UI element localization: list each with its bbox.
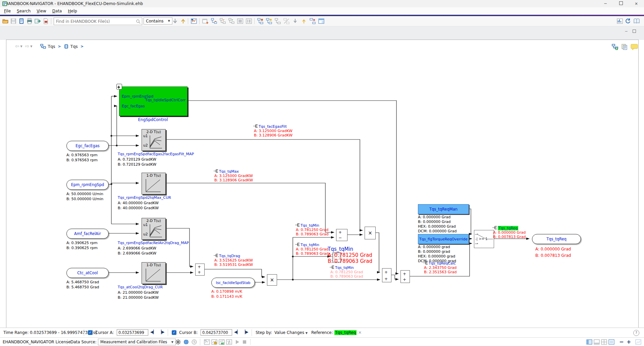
probe-icon (330, 266, 334, 269)
probe-tqs-tqmax[interactable]: Tqs_tqMax A: 3.125000 GradKWB: 3.128906 … (214, 169, 253, 182)
probe-tqs-facegasfilt[interactable]: Tqs_facEgasFilt A: 3.125000 GradKWB: 3.1… (253, 124, 292, 137)
probe-tqs-tqreqcalc[interactable]: Tqs_tqReqCalc A: 2.343750 GradB: 2.35156… (423, 261, 457, 274)
probe-icon (295, 223, 300, 227)
map-curve-icon (148, 224, 163, 238)
sum-block[interactable]: +− (336, 229, 347, 241)
switch-threshold-label: -| >= 1 (475, 237, 487, 241)
input-port-isc-facidlespdstab[interactable]: Isc_facIdleSpdStab (211, 278, 255, 288)
probe-tqs-tqmin[interactable]: Tqs_tqMin A: 0.781250 GradB: 0.789063 Gr… (295, 243, 329, 256)
multiply-block[interactable]: × (267, 274, 277, 286)
subsystem-engspdcontrol[interactable]: Epm_rpmEngSpd Egc_facEgas Tqs_tqIdleSpdC… (119, 86, 187, 116)
sum-block[interactable]: ++ (382, 268, 391, 282)
probe-icon (423, 261, 428, 265)
probe-icon (253, 124, 258, 128)
signal-wires (0, 0, 644, 346)
curve-block-tqmax[interactable]: 1-D T(u) (142, 173, 166, 194)
probe-icon (214, 254, 218, 257)
probe-tqs-tqmin[interactable]: Tqs_tqMin A: 0.781250 GradB: 0.789063 Gr… (330, 266, 363, 279)
sum-block[interactable]: ++ (400, 270, 410, 283)
subsystem-output-label: Tqs_tqIdleSpdCtrlCorr (145, 98, 185, 103)
probe-icon (295, 243, 300, 246)
expand-subsystem-icon[interactable] (116, 84, 122, 90)
subsystem-input-label: Egc_facEgas (122, 104, 145, 109)
curve-block-atcool[interactable]: 1-D T(u) (142, 262, 166, 284)
probe-icon (214, 169, 218, 173)
curve-icon (145, 268, 162, 283)
input-port-egc-facegas[interactable]: Egc_facEgas (66, 141, 109, 151)
curve-icon (145, 178, 162, 193)
probe-tqs-tqreq-reference[interactable]: Tqs_tqReq A: 0.000000 GradB: 0.007813 Gr… (492, 226, 526, 239)
probe-tqs-tqmin[interactable]: Tqs_tqMin A: 0.781250 GradB: 0.789063 Gr… (295, 223, 329, 236)
ehandbook-navigator-window: EHANDBOOK-NAVIGATOR - EHANDBOOK_FlexECU-… (0, 0, 644, 346)
calibration-tqs-flgtorquereqoverride[interactable]: Tqs_flgTorqueReqOverride (418, 234, 469, 244)
display-tqs-tqmin-large[interactable]: Tqs_tqMin A: 0.781250 GradB: 0.789063 Gr… (327, 246, 372, 264)
multiply-block[interactable]: × (365, 227, 376, 239)
sum-block[interactable]: ++ (195, 264, 205, 276)
switch-block[interactable]: -| >= 1 (474, 230, 494, 248)
map-block-tqdrag[interactable]: 2-D T(u) u1 u2 (142, 218, 166, 240)
map-block-facegasfilt[interactable]: 2-D T(u) u1 u2 (142, 129, 166, 151)
input-port-amf-facrelair[interactable]: Amf_facRelAir (66, 229, 109, 239)
subsystem-name: EngSpdControl (119, 117, 187, 122)
map-curve-icon (148, 135, 163, 150)
input-port-ctc-atcool[interactable]: Ctc_atCool (66, 268, 109, 278)
probe-icon (492, 226, 497, 229)
output-port-tqs-tqreq[interactable]: Tqs_tqReq (532, 234, 581, 244)
input-port-epm-rpmengspd[interactable]: Epm_rpmEngSpd (66, 180, 109, 190)
probe-tqs-tqdrag[interactable]: Tqs_tqDrag A: 3.515625 GradKWB: 3.519531… (214, 254, 253, 267)
calibration-tqs-tqreqman[interactable]: Tqs_tqReqMan (418, 204, 469, 214)
